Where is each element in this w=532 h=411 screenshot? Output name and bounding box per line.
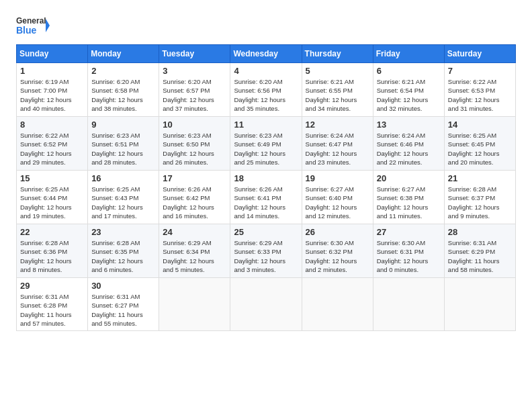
calendar-header-saturday: Saturday — [444, 45, 515, 63]
day-info: Sunrise: 6:21 AMSunset: 6:54 PMDaylight:… — [377, 77, 441, 113]
calendar-cell: 1Sunrise: 6:19 AMSunset: 7:00 PMDaylight… — [17, 63, 88, 117]
day-number: 9 — [91, 120, 155, 130]
day-number: 22 — [20, 227, 84, 237]
day-number: 8 — [20, 120, 84, 130]
svg-text:General: General — [16, 16, 46, 26]
day-info: Sunrise: 6:25 AMSunset: 6:43 PMDaylight:… — [91, 185, 155, 220]
calendar-cell: 24Sunrise: 6:29 AMSunset: 6:34 PMDayligh… — [159, 224, 230, 278]
calendar-header-friday: Friday — [373, 45, 444, 63]
calendar-table: SundayMondayTuesdayWednesdayThursdayFrid… — [16, 44, 516, 331]
day-info: Sunrise: 6:31 AMSunset: 6:28 PMDaylight:… — [20, 292, 84, 328]
calendar-header-tuesday: Tuesday — [159, 45, 230, 63]
day-number: 15 — [20, 173, 84, 183]
calendar-cell — [444, 278, 515, 331]
day-info: Sunrise: 6:29 AMSunset: 6:34 PMDaylight:… — [163, 238, 226, 274]
calendar-cell: 23Sunrise: 6:28 AMSunset: 6:35 PMDayligh… — [88, 224, 159, 278]
day-number: 29 — [20, 281, 84, 291]
day-info: Sunrise: 6:27 AMSunset: 6:38 PMDaylight:… — [377, 185, 441, 220]
day-number: 2 — [91, 66, 155, 76]
day-info: Sunrise: 6:22 AMSunset: 6:52 PMDaylight:… — [20, 131, 84, 167]
calendar-cell: 12Sunrise: 6:24 AMSunset: 6:47 PMDayligh… — [302, 117, 373, 171]
calendar-header-row: SundayMondayTuesdayWednesdayThursdayFrid… — [17, 45, 516, 63]
calendar-cell — [159, 278, 230, 331]
day-info: Sunrise: 6:28 AMSunset: 6:36 PMDaylight:… — [20, 238, 84, 274]
logo: General Blue — [16, 13, 50, 38]
day-info: Sunrise: 6:23 AMSunset: 6:49 PMDaylight:… — [234, 131, 298, 167]
calendar-cell: 10Sunrise: 6:23 AMSunset: 6:50 PMDayligh… — [159, 117, 230, 171]
day-number: 26 — [306, 227, 369, 237]
calendar-cell: 2Sunrise: 6:20 AMSunset: 6:58 PMDaylight… — [88, 63, 159, 117]
day-number: 19 — [306, 173, 369, 183]
day-number: 30 — [91, 281, 155, 291]
day-info: Sunrise: 6:31 AMSunset: 6:27 PMDaylight:… — [91, 292, 155, 328]
day-number: 28 — [448, 227, 512, 237]
calendar-cell: 30Sunrise: 6:31 AMSunset: 6:27 PMDayligh… — [88, 278, 159, 331]
calendar-cell: 5Sunrise: 6:21 AMSunset: 6:55 PMDaylight… — [302, 63, 373, 117]
calendar-cell: 22Sunrise: 6:28 AMSunset: 6:36 PMDayligh… — [17, 224, 88, 278]
day-number: 12 — [306, 120, 369, 130]
svg-marker-2 — [46, 19, 50, 32]
calendar-cell: 29Sunrise: 6:31 AMSunset: 6:28 PMDayligh… — [17, 278, 88, 331]
day-info: Sunrise: 6:30 AMSunset: 6:31 PMDaylight:… — [377, 238, 441, 274]
calendar-cell: 7Sunrise: 6:22 AMSunset: 6:53 PMDaylight… — [444, 63, 515, 117]
day-info: Sunrise: 6:20 AMSunset: 6:56 PMDaylight:… — [234, 77, 298, 113]
day-number: 10 — [163, 120, 226, 130]
day-info: Sunrise: 6:24 AMSunset: 6:47 PMDaylight:… — [306, 131, 369, 167]
day-info: Sunrise: 6:22 AMSunset: 6:53 PMDaylight:… — [448, 77, 512, 113]
calendar-cell — [230, 278, 302, 331]
logo-svg: General Blue — [16, 13, 50, 38]
day-number: 14 — [448, 120, 512, 130]
day-number: 21 — [448, 173, 512, 183]
svg-text:Blue: Blue — [16, 25, 37, 36]
day-number: 6 — [377, 66, 441, 76]
calendar-cell: 19Sunrise: 6:27 AMSunset: 6:40 PMDayligh… — [302, 171, 373, 224]
page: General Blue SundayMondayTuesdayWednesda… — [0, 0, 532, 411]
day-number: 16 — [91, 173, 155, 183]
calendar-cell: 14Sunrise: 6:25 AMSunset: 6:45 PMDayligh… — [444, 117, 515, 171]
day-info: Sunrise: 6:28 AMSunset: 6:37 PMDaylight:… — [448, 185, 512, 220]
calendar-cell: 4Sunrise: 6:20 AMSunset: 6:56 PMDaylight… — [230, 63, 302, 117]
day-info: Sunrise: 6:31 AMSunset: 6:29 PMDaylight:… — [448, 238, 512, 274]
header: General Blue — [16, 13, 516, 38]
day-number: 24 — [163, 227, 226, 237]
day-number: 17 — [163, 173, 226, 183]
day-number: 18 — [234, 173, 298, 183]
calendar-cell: 3Sunrise: 6:20 AMSunset: 6:57 PMDaylight… — [159, 63, 230, 117]
day-info: Sunrise: 6:23 AMSunset: 6:51 PMDaylight:… — [91, 131, 155, 167]
day-number: 7 — [448, 66, 512, 76]
day-number: 25 — [234, 227, 298, 237]
calendar-cell: 11Sunrise: 6:23 AMSunset: 6:49 PMDayligh… — [230, 117, 302, 171]
calendar-cell: 13Sunrise: 6:24 AMSunset: 6:46 PMDayligh… — [373, 117, 444, 171]
calendar-cell: 21Sunrise: 6:28 AMSunset: 6:37 PMDayligh… — [444, 171, 515, 224]
day-info: Sunrise: 6:21 AMSunset: 6:55 PMDaylight:… — [306, 77, 369, 113]
day-number: 5 — [306, 66, 369, 76]
day-number: 23 — [91, 227, 155, 237]
calendar-header-wednesday: Wednesday — [230, 45, 302, 63]
calendar-header-thursday: Thursday — [302, 45, 373, 63]
calendar-cell — [373, 278, 444, 331]
calendar-cell: 6Sunrise: 6:21 AMSunset: 6:54 PMDaylight… — [373, 63, 444, 117]
day-info: Sunrise: 6:20 AMSunset: 6:57 PMDaylight:… — [163, 77, 226, 113]
calendar-cell: 18Sunrise: 6:26 AMSunset: 6:41 PMDayligh… — [230, 171, 302, 224]
calendar-cell: 25Sunrise: 6:29 AMSunset: 6:33 PMDayligh… — [230, 224, 302, 278]
calendar-cell: 17Sunrise: 6:26 AMSunset: 6:42 PMDayligh… — [159, 171, 230, 224]
day-info: Sunrise: 6:23 AMSunset: 6:50 PMDaylight:… — [163, 131, 226, 167]
calendar-cell: 27Sunrise: 6:30 AMSunset: 6:31 PMDayligh… — [373, 224, 444, 278]
day-info: Sunrise: 6:30 AMSunset: 6:32 PMDaylight:… — [306, 238, 369, 274]
calendar-cell: 28Sunrise: 6:31 AMSunset: 6:29 PMDayligh… — [444, 224, 515, 278]
day-info: Sunrise: 6:26 AMSunset: 6:42 PMDaylight:… — [163, 185, 226, 220]
calendar-cell: 15Sunrise: 6:25 AMSunset: 6:44 PMDayligh… — [17, 171, 88, 224]
day-info: Sunrise: 6:25 AMSunset: 6:45 PMDaylight:… — [448, 131, 512, 167]
day-info: Sunrise: 6:19 AMSunset: 7:00 PMDaylight:… — [20, 77, 84, 113]
day-info: Sunrise: 6:28 AMSunset: 6:35 PMDaylight:… — [91, 238, 155, 274]
day-number: 20 — [377, 173, 441, 183]
calendar-cell: 9Sunrise: 6:23 AMSunset: 6:51 PMDaylight… — [88, 117, 159, 171]
day-info: Sunrise: 6:29 AMSunset: 6:33 PMDaylight:… — [234, 238, 298, 274]
day-info: Sunrise: 6:24 AMSunset: 6:46 PMDaylight:… — [377, 131, 441, 167]
calendar-header-monday: Monday — [88, 45, 159, 63]
day-number: 27 — [377, 227, 441, 237]
day-info: Sunrise: 6:20 AMSunset: 6:58 PMDaylight:… — [91, 77, 155, 113]
day-number: 1 — [20, 66, 84, 76]
day-info: Sunrise: 6:26 AMSunset: 6:41 PMDaylight:… — [234, 185, 298, 220]
day-number: 11 — [234, 120, 298, 130]
